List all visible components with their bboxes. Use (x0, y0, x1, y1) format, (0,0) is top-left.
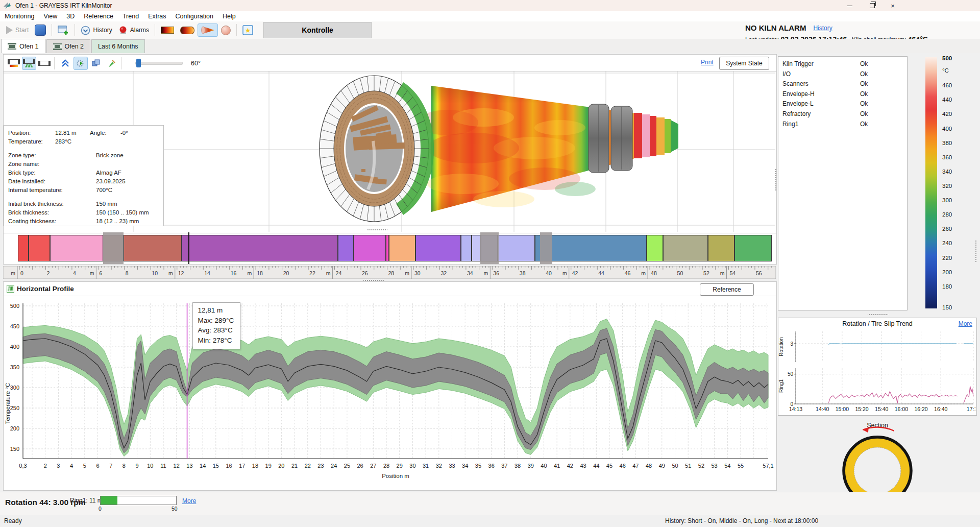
zone-segment[interactable] (647, 235, 663, 261)
zone-segment[interactable] (18, 235, 29, 261)
svg-text:15:40: 15:40 (875, 406, 888, 412)
zone-segment[interactable] (472, 235, 481, 261)
zone-segment[interactable] (461, 235, 472, 261)
layers-button[interactable] (89, 57, 103, 70)
tire-zone[interactable] (540, 232, 552, 264)
app-logo-icon (3, 2, 11, 9)
profile-chart[interactable]: 1502002503003504004505000,32345678910111… (4, 296, 775, 489)
separator (75, 24, 75, 36)
menu-help[interactable]: Help (218, 12, 240, 21)
svg-text:52: 52 (703, 270, 709, 276)
zone-segment[interactable] (50, 235, 103, 261)
zone-segment[interactable] (354, 235, 386, 261)
zone-strip[interactable] (3, 233, 777, 265)
splitter-handle[interactable] (975, 240, 977, 262)
print-link[interactable]: Print (701, 59, 714, 66)
splitter-handle[interactable] (868, 314, 888, 316)
palette-flat-button[interactable] (158, 25, 177, 36)
svg-text:46: 46 (625, 270, 631, 276)
status-row-refractory[interactable]: RefractoryOk (778, 109, 907, 119)
menu-monitoring[interactable]: Monitoring (0, 12, 39, 21)
zone-segment[interactable] (708, 235, 734, 261)
tooltip-max: Max: 289°C (198, 316, 234, 326)
status-ready: Ready (4, 517, 22, 524)
status-row-i-o[interactable]: I/OOk (778, 69, 907, 80)
menu-reference[interactable]: Reference (79, 12, 118, 21)
bottom-more-link[interactable]: More (182, 497, 196, 505)
minimize-button[interactable] (841, 0, 859, 11)
zone-segment[interactable] (734, 235, 772, 261)
scale-tick: 280 (942, 211, 952, 218)
bottom-info-bar: Rotation 44: 3.00 rpm Ring1: 11 mm 0 50 … (0, 492, 980, 515)
svg-text:40: 40 (546, 270, 552, 276)
status-row-kiln-trigger[interactable]: Kiln TriggerOk (778, 59, 907, 69)
double-chevron-up-icon (61, 59, 69, 67)
collapse-button[interactable] (58, 57, 72, 70)
zone-segment[interactable] (498, 235, 535, 261)
menu-3d[interactable]: 3D (62, 12, 79, 21)
palette-sphere-button[interactable] (218, 23, 234, 37)
tire-zone[interactable] (103, 232, 124, 264)
reference-button[interactable]: Reference (700, 283, 754, 296)
scale-tick: °C (942, 67, 949, 74)
svg-text:28: 28 (383, 463, 389, 469)
start-button[interactable]: Start (3, 24, 32, 36)
start-label: Start (15, 27, 29, 34)
alarm-history-link[interactable]: History (813, 25, 832, 32)
profile-chart-icon (7, 285, 14, 293)
svg-text:14: 14 (204, 270, 210, 276)
zone-segment[interactable] (389, 235, 415, 261)
status-row-envelope-h[interactable]: Envelope-HOk (778, 89, 907, 100)
trend-chart[interactable]: 14:1314:4015:0015:2015:4016:0016:2016:40… (778, 329, 975, 414)
status-row-scanners[interactable]: ScannersOk (778, 79, 907, 89)
zone-segment[interactable] (663, 235, 708, 261)
new-window-button[interactable] (55, 23, 72, 37)
palette-cylinder-button[interactable] (177, 25, 198, 36)
paint-button[interactable] (104, 57, 118, 70)
svg-text:44: 44 (598, 270, 604, 276)
zone-segment[interactable] (124, 235, 181, 261)
history-button[interactable]: History (78, 23, 115, 37)
splitter-handle[interactable] (775, 169, 777, 191)
zone-segment[interactable] (338, 235, 354, 261)
close-button[interactable]: × (884, 0, 901, 11)
tab-last-6-months[interactable]: Last 6 Months (91, 39, 145, 53)
auto-update-button[interactable] (74, 57, 88, 70)
menu-configuration[interactable]: Configuration (171, 12, 218, 21)
info-row: Initial brick thickness:150 mm (4, 200, 163, 208)
favorites-button[interactable]: ★ (239, 23, 256, 37)
status-row-envelope-l[interactable]: Envelope-LOk (778, 99, 907, 109)
menu-extras[interactable]: Extras (143, 12, 170, 21)
trend-more-link[interactable]: More (959, 320, 972, 327)
splitter-handle[interactable] (367, 229, 387, 231)
tire-zone[interactable] (480, 232, 499, 264)
kilnmonitor-window: Ofen 1 - GRAYESS IRT KilnMonitor × Monit… (0, 0, 980, 527)
view-plain-button[interactable] (37, 57, 52, 70)
restore-button[interactable] (864, 0, 881, 11)
menu-trend[interactable]: Trend (118, 12, 143, 21)
tab-ofen-1[interactable]: Ofen 1 (1, 39, 45, 53)
scale-tick: 500 (942, 55, 952, 61)
stop-button[interactable] (32, 22, 49, 38)
menu-view[interactable]: View (39, 12, 62, 21)
svg-text:150: 150 (10, 446, 19, 452)
angle-slider-handle[interactable] (136, 59, 141, 67)
tab-ofen-2[interactable]: Ofen 2 (46, 39, 91, 53)
angle-slider[interactable] (135, 62, 183, 65)
scale-tick: 220 (942, 255, 952, 261)
zone-segment[interactable] (29, 235, 50, 261)
palette-cone-button[interactable] (198, 23, 218, 37)
alarms-button[interactable]: Alarms (115, 23, 152, 37)
gear-play-icon (76, 59, 85, 68)
view-profile-button[interactable] (22, 57, 36, 70)
info-row: Brick type:Almag AF (4, 169, 163, 177)
zone-segment[interactable] (415, 235, 461, 261)
palette-cylinder-icon (180, 27, 194, 34)
scale-tick: 200 (942, 269, 952, 275)
view-thermal-button[interactable] (7, 57, 21, 70)
status-row-ring1[interactable]: Ring1Ok (778, 119, 907, 130)
kontrolle-button[interactable]: Kontrolle (263, 22, 372, 38)
zone-segment[interactable] (182, 235, 338, 261)
system-state-button[interactable]: System State (719, 57, 769, 70)
palette-sphere-icon (221, 26, 231, 35)
